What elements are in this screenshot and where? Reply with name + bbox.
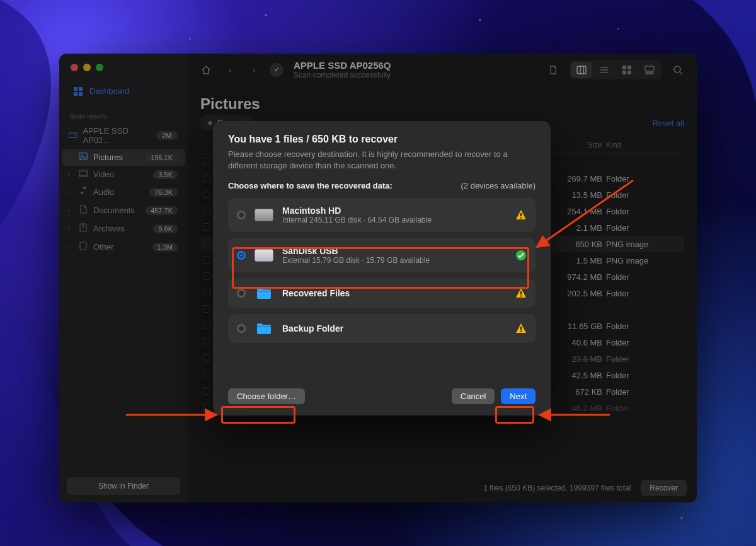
row-kind: PNG image [606, 256, 682, 265]
svg-rect-30 [203, 158, 210, 165]
sidebar-drive-badge: 2M [156, 131, 178, 140]
nav-back[interactable]: ‹ [222, 62, 238, 78]
svg-rect-35 [203, 240, 210, 247]
svg-rect-42 [203, 354, 210, 361]
view-grid[interactable] [616, 62, 638, 78]
music-icon [78, 187, 88, 197]
destination-radio[interactable] [237, 211, 246, 219]
destination-recovered-files[interactable]: Recovered Files [228, 279, 536, 308]
destination-backup-folder[interactable]: Backup Folder [228, 314, 536, 343]
svg-rect-26 [649, 73, 651, 74]
row-kind: Folder [606, 190, 682, 200]
destination-sandisk-usb[interactable]: SanDisk USBExternal 15.79 GB disk · 15.7… [228, 238, 536, 272]
section-scan-results: Scan results [59, 107, 188, 122]
view-gallery[interactable] [639, 62, 660, 78]
sidebar-item-label: Video [93, 170, 114, 179]
dialog-title: You have 1 files / 650 KB to recover [228, 134, 536, 145]
svg-rect-1 [79, 87, 83, 91]
sidebar-drive[interactable]: APPLE SSD AP02… 2M [62, 122, 185, 149]
sidebar-item-label: Archives [93, 224, 125, 233]
recover-button[interactable]: Recover [641, 480, 687, 496]
sidebar-item-audio[interactable]: ›Audio76.3K [62, 183, 185, 201]
video-icon [78, 170, 88, 179]
sidebar-item-label: Audio [93, 187, 114, 197]
svg-rect-31 [203, 174, 210, 181]
show-in-finder-button[interactable]: Show in Finder [67, 477, 180, 495]
svg-rect-3 [79, 92, 83, 96]
svg-line-29 [680, 72, 682, 74]
choose-destination-label: Choose where to save the recovered data: [228, 181, 392, 190]
sidebar-item-label: Other [93, 242, 114, 252]
chevron-right-icon: › [68, 189, 73, 195]
view-list[interactable] [593, 62, 615, 78]
sidebar-item-video[interactable]: ›Video3.5K [62, 166, 185, 183]
destination-radio[interactable] [237, 324, 246, 333]
destination-list: Macintosh HDInternal 245.11 GB disk · 64… [228, 198, 536, 343]
folder-icon [255, 322, 273, 335]
sidebar: Dashboard Scan results APPLE SSD AP02… 2… [59, 54, 188, 502]
row-kind: Folder [606, 371, 682, 380]
warning-icon [515, 209, 527, 221]
svg-rect-40 [203, 322, 210, 328]
nav-forward[interactable]: › [246, 62, 262, 78]
maximize-window[interactable] [96, 64, 103, 71]
destination-radio[interactable] [237, 289, 246, 298]
toolbar-subtitle: Scan completed successfully [294, 71, 391, 79]
view-columns[interactable] [571, 62, 592, 78]
sidebar-item-archives[interactable]: ›Archives9.6K [62, 219, 185, 238]
external-drive-icon [255, 249, 273, 262]
svg-rect-21 [627, 66, 631, 69]
status-check-icon: ✓ [270, 63, 284, 77]
cancel-button[interactable]: Cancel [452, 388, 495, 404]
sidebar-item-other[interactable]: ›Other1.3M [62, 238, 185, 256]
other-icon [78, 241, 88, 252]
nav-dashboard-label: Dashboard [89, 86, 130, 96]
svg-rect-49 [520, 291, 522, 294]
archive-icon [78, 223, 88, 234]
svg-rect-52 [520, 331, 522, 332]
toolbar: ‹ › ✓ APPLE SSD AP0256Q Scan completed s… [188, 54, 697, 86]
chevron-right-icon: › [68, 154, 73, 161]
sidebar-item-badge: 196.1K [146, 153, 178, 162]
svg-rect-38 [203, 289, 210, 296]
star-icon: ★ [207, 119, 214, 127]
sidebar-item-pictures[interactable]: ›Pictures196.1K [62, 149, 185, 166]
destination-macintosh-hd[interactable]: Macintosh HDInternal 245.11 GB disk · 64… [228, 198, 536, 232]
search-icon[interactable] [669, 62, 687, 78]
svg-rect-51 [520, 327, 522, 330]
row-kind: Folder [606, 338, 682, 347]
home-icon[interactable] [198, 62, 214, 78]
minimize-window[interactable] [83, 64, 91, 71]
chevron-right-icon: › [68, 243, 73, 250]
next-button[interactable]: Next [501, 388, 536, 404]
folder-icon [255, 286, 273, 300]
svg-rect-50 [520, 296, 522, 297]
sidebar-item-badge: 9.6K [153, 224, 178, 233]
destination-detail: Internal 245.11 GB disk · 64.54 GB avail… [282, 216, 432, 224]
destination-radio[interactable] [237, 251, 246, 260]
svg-rect-24 [645, 66, 654, 71]
choose-folder-button[interactable]: Choose folder… [228, 388, 305, 404]
sidebar-item-documents[interactable]: ›Documents457.7K [62, 201, 185, 219]
grid-icon [73, 87, 83, 96]
col-kind[interactable]: Kind [606, 141, 682, 149]
sidebar-item-label: Documents [93, 206, 135, 215]
view-switch [570, 61, 662, 79]
close-window[interactable] [71, 64, 78, 71]
svg-point-7 [81, 154, 82, 156]
svg-rect-46 [520, 213, 522, 216]
nav-dashboard[interactable]: Dashboard [63, 81, 184, 101]
new-file-icon[interactable] [544, 62, 562, 78]
ok-icon [515, 250, 527, 261]
svg-rect-43 [203, 371, 210, 378]
svg-rect-27 [651, 73, 653, 74]
warning-icon [515, 323, 527, 334]
reset-all-link[interactable]: Reset all [652, 119, 684, 128]
row-kind: Folder [606, 354, 682, 364]
svg-rect-39 [203, 305, 210, 312]
row-kind: Folder [606, 387, 682, 397]
dialog-subtitle: Please choose recovery destination. It i… [228, 149, 536, 171]
svg-rect-34 [203, 223, 210, 230]
svg-rect-25 [646, 73, 648, 74]
row-kind: Folder [606, 272, 682, 282]
